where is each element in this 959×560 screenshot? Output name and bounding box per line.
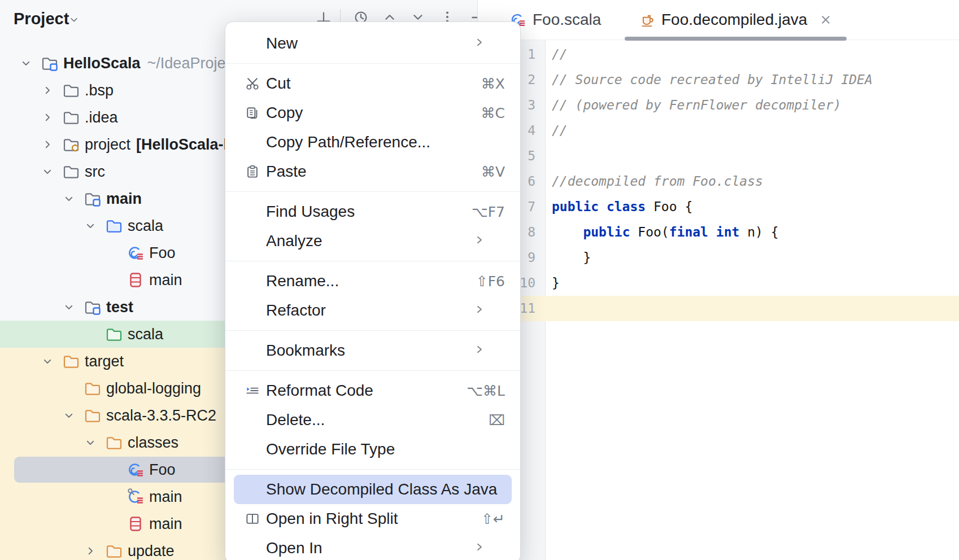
tree-row-label: .bsp	[85, 77, 114, 104]
tab-foo-decompiled-java[interactable]: Foo.decompiled.java	[625, 0, 847, 40]
excluded-folder-icon	[84, 379, 102, 397]
chevron-down-icon[interactable]	[62, 300, 76, 314]
menu-item-open-in-right-split[interactable]: Open in Right Split⇧↵	[225, 504, 520, 533]
menu-shortcut: ⌘C	[481, 105, 505, 121]
scala-object-icon	[127, 515, 145, 533]
menu-item-analyze[interactable]: Analyze	[225, 226, 520, 256]
menu-item-label: Bookmarks	[266, 342, 345, 360]
tree-row-label: HelloScala~/IdeaProjec	[63, 50, 233, 77]
menu-icon-slot	[245, 343, 266, 358]
menu-item-label: New	[266, 34, 298, 53]
menu-item-delete[interactable]: Delete...⌧	[225, 405, 520, 435]
folder-icon	[62, 163, 80, 181]
excluded-folder-icon	[105, 434, 123, 452]
excluded-folder-icon	[84, 406, 102, 425]
module-folder-icon	[84, 298, 102, 316]
menu-shortcut: ⌘V	[481, 164, 505, 180]
menu-item-label: Open in Right Split	[266, 510, 398, 528]
chevron-down-icon[interactable]	[84, 219, 97, 233]
menu-shortcut: ⌥F7	[472, 204, 505, 220]
close-tab-icon[interactable]	[818, 12, 833, 27]
menu-item-reformat-code[interactable]: Reformat Code⌥⌘L	[225, 376, 520, 405]
module-folder-icon	[41, 54, 59, 72]
menu-item-label: Find Usages	[266, 203, 355, 221]
menu-item-label: Reformat Code	[266, 382, 373, 400]
menu-icon-slot	[245, 134, 266, 150]
tree-row-label: .idea	[85, 104, 118, 131]
scala-class-icon	[127, 244, 145, 262]
menu-item-rename[interactable]: Rename...⇧F6	[225, 266, 520, 296]
tree-row-label: test	[106, 294, 133, 321]
chevron-down-icon[interactable]	[62, 409, 76, 422]
tree-row-label: global-logging	[106, 375, 201, 402]
chevron-right-icon[interactable]	[41, 111, 54, 124]
sbt-folder-icon	[62, 135, 80, 154]
menu-item-label: Override File Type	[266, 440, 395, 458]
project-panel-title: Project	[14, 10, 69, 28]
chevron-right-icon[interactable]	[84, 544, 97, 558]
menu-item-cut[interactable]: Cut⌘X	[225, 69, 520, 98]
code-line: //	[552, 118, 959, 143]
folder-icon	[62, 81, 80, 99]
code-line: public Foo(final int n) {	[552, 220, 959, 245]
tab-foo-scala[interactable]: Foo.scala	[509, 0, 601, 40]
tree-row-label: main	[149, 266, 182, 294]
editor-tab-bar: Foo.scalaFoo.decompiled.java	[478, 0, 959, 40]
tree-row-label: Foo	[149, 456, 176, 483]
chevron-down-icon[interactable]	[19, 56, 33, 70]
editor-area: 1234567891011 //// Source code recreated…	[478, 0, 959, 560]
project-view-chevron-down-icon[interactable]	[68, 14, 80, 28]
menu-item-copy[interactable]: Copy⌘C	[225, 98, 520, 128]
tree-row-label: Foo	[149, 239, 176, 266]
chevron-down-icon[interactable]	[62, 192, 76, 205]
menu-item-label: Refactor	[266, 301, 326, 320]
tree-row-label: scala	[128, 321, 163, 348]
menu-item-find-usages[interactable]: Find Usages⌥F7	[225, 197, 520, 226]
menu-item-label: Copy	[266, 104, 303, 122]
menu-icon-slot	[245, 303, 266, 318]
chevron-right-icon[interactable]	[41, 138, 54, 151]
submenu-arrow-icon	[473, 540, 486, 556]
menu-item-label: Show Decompiled Class As Java	[266, 480, 497, 498]
menu-item-label: Analyze	[266, 232, 322, 250]
menu-item-override-file-type[interactable]: Override File Type	[225, 435, 520, 464]
tree-row-label: src	[85, 158, 105, 185]
excluded-folder-icon	[62, 352, 80, 370]
code-line	[552, 296, 959, 321]
menu-item-paste[interactable]: Paste⌘V	[225, 157, 520, 186]
code-editor[interactable]: //// Source code recreated by IntelliJ I…	[552, 42, 959, 321]
menu-item-open-in[interactable]: Open In	[225, 533, 520, 560]
menu-item-label: Rename...	[266, 272, 339, 290]
menu-separator	[225, 330, 520, 331]
submenu-arrow-icon	[473, 303, 486, 318]
chevron-down-icon[interactable]	[41, 165, 54, 178]
tree-row-label: scala	[128, 212, 163, 239]
menu-icon-slot	[245, 412, 266, 428]
menu-shortcut: ⌘X	[481, 76, 505, 92]
code-line: public class Foo {	[552, 194, 959, 220]
scala-object-icon	[127, 271, 145, 289]
menu-item-show-decompiled-class-as-java[interactable]: Show Decompiled Class As Java	[234, 475, 512, 504]
menu-icon-slot	[245, 233, 266, 249]
tree-row-label: update	[128, 537, 175, 560]
menu-item-new[interactable]: New	[225, 29, 520, 58]
tree-row-label: classes	[128, 429, 178, 456]
code-line	[552, 143, 959, 169]
menu-item-copy-path-reference[interactable]: Copy Path/Reference...	[225, 128, 520, 157]
menu-icon-slot	[245, 482, 266, 497]
chevron-down-icon[interactable]	[41, 355, 54, 368]
chevron-down-icon[interactable]	[84, 436, 97, 449]
copy-icon	[245, 105, 266, 121]
folder-icon	[62, 108, 80, 126]
source-folder-icon	[105, 217, 123, 235]
tree-row-label: main	[106, 185, 142, 212]
menu-item-refactor[interactable]: Refactor	[225, 296, 520, 325]
reformat-icon	[245, 383, 266, 399]
module-folder-icon	[84, 190, 102, 208]
chevron-right-icon[interactable]	[41, 84, 54, 97]
test-folder-icon	[105, 325, 123, 343]
code-line: }	[552, 270, 959, 296]
menu-icon-slot	[245, 36, 266, 51]
menu-item-label: Copy Path/Reference...	[266, 133, 430, 151]
menu-item-bookmarks[interactable]: Bookmarks	[225, 336, 520, 365]
